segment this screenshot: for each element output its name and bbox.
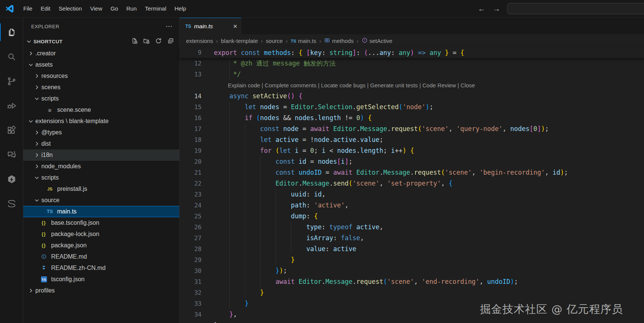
tree-item-node_modules[interactable]: node_modules — [23, 161, 179, 172]
symbol-object-icon — [324, 37, 330, 44]
breadcrumb: extensions›blank-template›source›TSmain.… — [180, 34, 644, 47]
breadcrumb-methods[interactable]: methods — [324, 37, 354, 44]
typescript-file-icon: TS — [291, 39, 296, 43]
breadcrumb-separator: › — [357, 38, 359, 44]
breadcrumb-separator: › — [261, 38, 263, 44]
tree-item-extensions-blank-template[interactable]: extensions \ blank-template — [23, 116, 179, 127]
tree-item-base.tsconfig.json[interactable]: {}base.tsconfig.json — [23, 217, 179, 229]
code-line-29: 29 } — [180, 254, 644, 265]
tree-item-label: scripts — [41, 95, 59, 102]
line-number: 26 — [180, 222, 202, 233]
tree-item-tsconfig.json[interactable]: TStsconfig.json — [23, 274, 179, 285]
sticky-scroll-line[interactable]: 9export const methods: { [key: string]: … — [180, 47, 644, 58]
more-actions-icon[interactable]: ⋯ — [166, 24, 173, 28]
breadcrumb-separator: › — [286, 38, 288, 44]
activity-s-tool-icon[interactable] — [0, 191, 23, 216]
tab-main-ts[interactable]: TS main.ts × — [180, 18, 241, 34]
line-number: 14 — [180, 91, 202, 102]
activity-explorer-icon[interactable] — [0, 20, 23, 44]
new-file-icon[interactable] — [131, 38, 138, 45]
tree-item-package.json[interactable]: {}package.json — [23, 240, 179, 251]
code-line-12: 12 * @zh 通过 message 触发的方法 — [180, 58, 644, 69]
code-line-30: 30 }); — [180, 265, 644, 276]
code-lines[interactable]: 12 * @zh 通过 message 触发的方法13 */Explain co… — [180, 58, 644, 323]
breadcrumb-extensions[interactable]: extensions — [186, 38, 213, 44]
sidebar-title: EXPLORER — [31, 24, 59, 29]
code-editor[interactable]: 9export const methods: { [key: string]: … — [180, 47, 644, 323]
code-line-13: 13 */ — [180, 69, 644, 80]
file-type-icon: {} — [40, 219, 50, 227]
line-number: 22 — [180, 178, 202, 189]
codelens-actions[interactable]: Explain code | Complete comments | Locat… — [214, 80, 475, 91]
tree-item-profiles[interactable]: profiles — [23, 285, 179, 296]
breadcrumb-setactive[interactable]: setActive — [362, 37, 392, 44]
history-nav: ← → — [478, 5, 500, 13]
chevron-right-icon — [33, 130, 40, 136]
chevron-right-icon — [33, 141, 40, 147]
chevron-down-icon — [33, 175, 40, 181]
breadcrumb-separator: › — [319, 38, 321, 44]
tree-item-scripts[interactable]: scripts — [23, 172, 179, 183]
activity-hex-bolt-tool-icon[interactable] — [0, 167, 23, 191]
menu-help[interactable]: Help — [170, 5, 190, 12]
file-type-icon: ≡ — [46, 106, 56, 114]
tree-item-label: README.zh-CN.md — [51, 265, 106, 271]
menu-view[interactable]: View — [86, 5, 106, 12]
breadcrumb-source[interactable]: source — [266, 38, 283, 44]
chevron-right-icon — [33, 73, 40, 79]
tree-item-label: scripts — [41, 174, 59, 181]
chevron-down-icon — [33, 197, 40, 203]
activity-run-and-debug-icon[interactable] — [0, 93, 23, 118]
activity-source-control-icon[interactable] — [0, 69, 23, 93]
line-number: 13 — [180, 69, 202, 80]
titlebar: FileEditSelectionViewGoRunTerminalHelp ←… — [0, 0, 644, 18]
tree-item-package-lock.json[interactable]: {}package-lock.json — [23, 229, 179, 240]
tree-item-scenes[interactable]: scenes — [23, 82, 179, 93]
command-center-search[interactable] — [507, 3, 644, 14]
menu-edit[interactable]: Edit — [36, 5, 55, 12]
tree-item-label: package-lock.json — [51, 231, 99, 238]
breadcrumb-blank-template[interactable]: blank-template — [221, 38, 258, 44]
file-type-icon: {} — [40, 242, 50, 249]
codelens-row: Explain code | Complete comments | Locat… — [180, 80, 644, 91]
tree-item-scripts[interactable]: scripts — [23, 93, 179, 104]
tree-item-readme.zh-cn.md[interactable]: README.zh-CN.md — [23, 262, 179, 274]
menu-go[interactable]: Go — [106, 5, 122, 12]
tree-item-resources[interactable]: resources — [23, 70, 179, 82]
code-line-9: 9export const methods: { [key: string]: … — [180, 47, 644, 58]
tree-item-source[interactable]: source — [23, 195, 179, 206]
tree-item-dist[interactable]: dist — [23, 138, 179, 149]
activity-ai-chat-icon[interactable] — [0, 142, 23, 167]
tree-item-@types[interactable]: @types — [23, 127, 179, 138]
collapse-all-icon[interactable] — [167, 38, 174, 45]
menu-run[interactable]: Run — [122, 5, 141, 12]
code-line-21: 21 const undoID = await Editor.Message.r… — [180, 167, 644, 178]
line-number: 20 — [180, 156, 202, 167]
close-icon[interactable]: × — [233, 22, 237, 30]
tree-item-label: node_modules — [41, 163, 81, 170]
tree-item-readme.md[interactable]: README.md — [23, 251, 179, 262]
tree-item-.creator[interactable]: .creator — [23, 48, 179, 59]
tree-item-i18n[interactable]: i18n — [23, 149, 179, 161]
section-shortcut[interactable]: SHORTCUT — [23, 35, 179, 48]
tree-item-assets[interactable]: assets — [23, 59, 179, 70]
activity-search-icon[interactable] — [0, 44, 23, 69]
menu-file[interactable]: File — [19, 5, 36, 12]
menu-selection[interactable]: Selection — [55, 5, 86, 12]
forward-arrow-icon[interactable]: → — [493, 5, 500, 13]
tree-item-scene.scene[interactable]: ≡scene.scene — [23, 104, 179, 116]
new-folder-icon[interactable] — [143, 38, 150, 45]
tree-item-main.ts[interactable]: TSmain.ts — [23, 206, 179, 217]
tree-item-preinstall.js[interactable]: JSpreinstall.js — [23, 183, 179, 195]
refresh-icon[interactable] — [155, 38, 162, 45]
breadcrumb-main.ts[interactable]: TSmain.ts — [291, 38, 316, 44]
menu-terminal[interactable]: Terminal — [141, 5, 171, 12]
tree-item-label: tsconfig.json — [51, 276, 85, 283]
back-arrow-icon[interactable]: ← — [478, 5, 485, 13]
workbench: EXPLORER ⋯ SHORTCUT .creatorassetsresour… — [0, 18, 644, 323]
chevron-right-icon — [33, 84, 40, 90]
file-type-icon: TS — [40, 276, 50, 283]
activity-extensions-icon[interactable] — [0, 118, 23, 142]
code-line-25: 25 dump: { — [180, 211, 644, 222]
chevron-right-icon — [27, 50, 34, 56]
